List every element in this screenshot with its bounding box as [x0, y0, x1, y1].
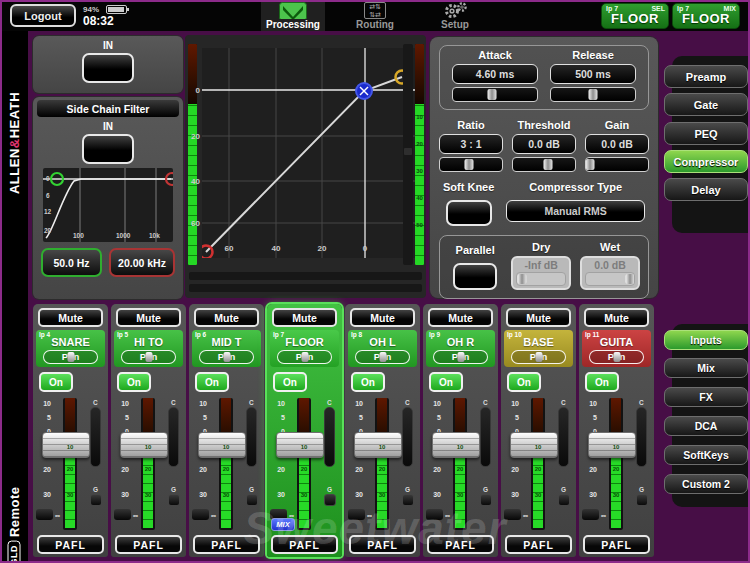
selected-channel-button[interactable]: Ip 7 SEL FLOOR [601, 3, 669, 29]
pan-control[interactable]: Pan [589, 350, 644, 364]
channel-strip[interactable]: Mute Ip 4 SNARE Pan On 1050102030∞ 10203… [33, 304, 108, 557]
wet-slider[interactable] [585, 272, 635, 286]
transfer-curve-plot[interactable]: 60 40 20 0 [202, 48, 415, 258]
channel-strip[interactable]: Mute Ip 8 OH L Pan On 1050102030∞ 102030… [345, 304, 420, 557]
gain-value[interactable]: 0.0 dB [585, 134, 649, 154]
mute-button[interactable]: Mute [350, 308, 415, 327]
channel-strip[interactable]: Mute Ip 9 OH R Pan On 1050102030∞ 102030… [423, 304, 498, 557]
mute-button[interactable]: Mute [116, 308, 181, 327]
pan-control[interactable]: Pan [433, 350, 488, 364]
mute-button[interactable]: Mute [584, 308, 649, 327]
pan-control[interactable]: Pan [277, 350, 332, 364]
threshold-node[interactable] [356, 83, 372, 99]
tab-routing[interactable]: ⇄⇅⇅⇄ Routing [343, 0, 407, 31]
pafl-button[interactable]: PAFL [505, 535, 572, 554]
channel-strip[interactable]: Mute Ip 11 GUITA Pan On 1050102030∞ 1020… [579, 304, 654, 557]
on-button[interactable]: On [429, 372, 463, 392]
channel-strip[interactable]: Mute Ip 10 BASE Pan On 1050102030∞ 10203… [501, 304, 576, 557]
mute-button[interactable]: Mute [194, 308, 259, 327]
channel-name-bar[interactable]: Ip 10 BASE Pan [504, 330, 573, 367]
threshold-slider[interactable] [512, 157, 576, 172]
fader-bottom-button[interactable] [348, 509, 365, 520]
ratio-slider[interactable] [439, 157, 503, 172]
on-button[interactable]: On [117, 372, 151, 392]
gain-slider[interactable] [585, 157, 649, 172]
wet-slider-handle[interactable] [625, 274, 634, 284]
pafl-button[interactable]: PAFL [427, 535, 494, 554]
threshold-slider-handle[interactable] [544, 159, 553, 170]
bank-tab-inputs[interactable]: Inputs [664, 330, 748, 350]
threshold-value[interactable]: 0.0 dB [512, 134, 576, 154]
pan-handle[interactable] [613, 352, 620, 362]
channel-name-bar[interactable]: Ip 6 MID T Pan [192, 330, 261, 367]
on-button[interactable]: On [585, 372, 619, 392]
channel-strip[interactable]: Mute Ip 5 HI TO Pan On 1050102030∞ 10203… [111, 304, 186, 557]
pafl-button[interactable]: PAFL [349, 535, 416, 554]
pan-control[interactable]: Pan [199, 350, 254, 364]
pan-control[interactable]: Pan [121, 350, 176, 364]
pafl-button[interactable]: PAFL [583, 535, 650, 554]
fader-bottom-button[interactable] [114, 509, 131, 520]
processing-tab-compressor[interactable]: Compressor [664, 150, 748, 173]
pafl-button[interactable]: PAFL [37, 535, 104, 554]
channel-strip[interactable]: Mute Ip 7 FLOOR Pan On 1050102030∞ 10203… [267, 304, 342, 557]
compressor-type-button[interactable]: Manual RMS [506, 200, 645, 222]
logout-button[interactable]: Logout [10, 4, 76, 27]
fader-bottom-button[interactable] [582, 509, 599, 520]
pan-control[interactable]: Pan [511, 350, 566, 364]
tab-processing[interactable]: Processing [261, 0, 325, 31]
attack-value[interactable]: 4.60 ms [452, 64, 538, 84]
pan-control[interactable]: Pan [43, 350, 98, 364]
hpf-frequency-button[interactable]: 50.0 Hz [41, 248, 102, 277]
mix-channel-button[interactable]: Ip 7 MIX FLOOR [672, 3, 740, 29]
processing-tab-peq[interactable]: PEQ [664, 122, 748, 145]
soft-knee-button[interactable] [446, 200, 492, 226]
fader-bottom-button[interactable] [192, 509, 209, 520]
attack-slider-handle[interactable] [487, 89, 496, 100]
pafl-button[interactable]: PAFL [271, 535, 338, 554]
gain-slider-handle[interactable] [586, 159, 595, 170]
comp-in-button[interactable] [82, 53, 134, 83]
processing-tab-gate[interactable]: Gate [664, 93, 748, 116]
mute-button[interactable]: Mute [428, 308, 493, 327]
fader-bottom-button[interactable] [504, 509, 521, 520]
tab-setup[interactable]: Setup [423, 0, 487, 31]
on-button[interactable]: On [195, 372, 229, 392]
fader-bottom-button[interactable] [426, 509, 443, 520]
bank-tab-dca[interactable]: DCA [664, 416, 748, 436]
channel-name-bar[interactable]: Ip 4 SNARE Pan [36, 330, 105, 367]
channel-name-bar[interactable]: Ip 7 FLOOR Pan [270, 330, 339, 367]
pan-control[interactable]: Pan [355, 350, 410, 364]
mute-button[interactable]: Mute [272, 308, 337, 327]
wet-control[interactable]: 0.0 dB [580, 256, 640, 290]
channel-name-bar[interactable]: Ip 5 HI TO Pan [114, 330, 183, 367]
dry-control[interactable]: -Inf dB [511, 256, 571, 290]
channel-strip[interactable]: Mute Ip 6 MID T Pan On 1050102030∞ 10203… [189, 304, 264, 557]
processing-tab-delay[interactable]: Delay [664, 178, 748, 201]
bank-tab-custom-2[interactable]: Custom 2 [664, 474, 748, 494]
on-button[interactable]: On [351, 372, 385, 392]
bank-tab-softkeys[interactable]: SoftKeys [664, 445, 748, 465]
pafl-button[interactable]: PAFL [115, 535, 182, 554]
channel-name-bar[interactable]: Ip 9 OH R Pan [426, 330, 495, 367]
pan-handle[interactable] [535, 352, 542, 362]
fader-bottom-button[interactable] [36, 509, 53, 520]
ratio-value[interactable]: 3 : 1 [439, 134, 503, 154]
dry-slider[interactable] [516, 272, 566, 286]
pan-handle[interactable] [457, 352, 464, 362]
pan-handle[interactable] [67, 352, 74, 362]
pafl-button[interactable]: PAFL [193, 535, 260, 554]
filter-in-button[interactable] [82, 134, 134, 164]
release-value[interactable]: 500 ms [550, 64, 636, 84]
parallel-button[interactable] [453, 263, 497, 290]
release-slider[interactable] [550, 87, 636, 102]
mute-button[interactable]: Mute [38, 308, 103, 327]
bank-tab-fx[interactable]: FX [664, 387, 748, 407]
bank-tab-mix[interactable]: Mix [664, 358, 748, 378]
pan-handle[interactable] [379, 352, 386, 362]
on-button[interactable]: On [273, 372, 307, 392]
dry-slider-handle[interactable] [517, 274, 526, 284]
processing-tab-preamp[interactable]: Preamp [664, 65, 748, 88]
lpf-frequency-button[interactable]: 20.00 kHz [109, 248, 175, 277]
on-button[interactable]: On [507, 372, 541, 392]
